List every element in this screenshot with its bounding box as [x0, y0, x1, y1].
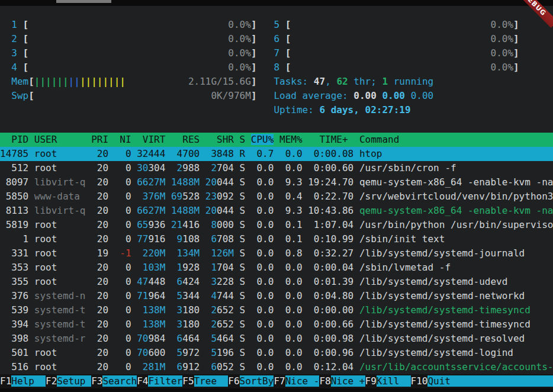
process-state: S	[240, 191, 251, 202]
process-pid: 355	[0, 276, 34, 287]
process-res: 5	[171, 347, 182, 358]
process-state: S	[240, 304, 251, 316]
process-mem: 9.3	[279, 205, 308, 216]
process-priority: 20	[91, 219, 114, 230]
process-shr: 2	[205, 304, 217, 316]
process-row[interactable]: 1 root 20 0 77916 9108 6708 S 0.0 0.1 0:…	[0, 232, 553, 246]
process-res: 9	[171, 233, 182, 245]
process-row[interactable]: 331 root 19 -1 220M 134M 126M S 0.0 0.8 …	[0, 246, 553, 261]
column-header-virt[interactable]: VIRT	[137, 134, 171, 145]
process-res: 2	[171, 162, 182, 173]
fkey-label-f5[interactable]: Tree	[194, 375, 229, 387]
process-virt: 138M	[137, 319, 171, 330]
column-header-command[interactable]: Command	[348, 134, 400, 145]
process-row[interactable]: 398 systemd-r 20 0 70984 6464 5464 S 0.0…	[0, 332, 553, 346]
process-cpu: 0.7	[251, 148, 279, 159]
process-row[interactable]: 512 root 20 0 30304 2988 2704 S 0.0 0.0 …	[0, 161, 553, 175]
column-header-user[interactable]: USER	[34, 134, 91, 145]
cpu-meter-id: 5	[274, 19, 279, 30]
fkey-label-f9[interactable]: Kill	[377, 375, 411, 387]
process-res: 1488M	[171, 205, 205, 216]
meter-open-bracket: [	[23, 33, 29, 44]
tasks-count: 47	[314, 76, 325, 87]
column-header-res[interactable]: RES	[171, 134, 205, 145]
process-row[interactable]: 14785 root 20 0 32444 4700 3848 R 0.7 0.…	[0, 147, 553, 161]
process-res: 1	[171, 262, 182, 273]
swap-meter-label: Swp	[11, 90, 28, 101]
column-header-pid[interactable]: PID	[0, 134, 34, 145]
column-header-pri[interactable]: PRI	[91, 134, 114, 145]
process-virt: 220M	[137, 248, 171, 259]
process-priority: 20	[91, 148, 114, 159]
process-cpu: 0.0	[251, 333, 279, 344]
process-nice: 0	[114, 176, 137, 188]
process-row[interactable]: 5850 www-data 20 0 376M 69528 23092 S 0.…	[0, 189, 553, 204]
column-header-mem[interactable]: MEM%	[274, 134, 302, 145]
fkey-label-f7[interactable]: Nice -	[285, 375, 320, 387]
process-row[interactable]: 355 root 20 0 47448 6424 3228 S 0.0 0.0 …	[0, 275, 553, 289]
process-mem: 0.1	[279, 219, 308, 230]
process-row[interactable]: 8097 libvirt-q 20 0 6627M 1488M 20044 S …	[0, 175, 553, 189]
fkey-label-f10[interactable]: Quit	[427, 375, 462, 387]
fkey-label-f2[interactable]: Setup	[57, 375, 91, 387]
fkey-f1[interactable]: F1	[0, 375, 11, 387]
process-row[interactable]: 516 root 20 0 281M 6912 6052 S 0.0 0.0 0…	[0, 360, 553, 374]
fkey-f9[interactable]: F9	[365, 375, 377, 387]
fkey-f6[interactable]: F6	[228, 375, 239, 387]
process-command: /srv/webvirtcloud/venv/bin/python3	[359, 191, 553, 202]
fkey-label-f8[interactable]: Nice +	[331, 375, 365, 387]
fkey-f3[interactable]: F3	[91, 375, 102, 387]
process-user: root	[34, 347, 91, 358]
process-shr: 20	[205, 176, 217, 188]
process-virt: 281M	[137, 361, 171, 372]
process-command: /sbin/init text	[359, 233, 445, 245]
fkey-f2[interactable]: F2	[46, 375, 57, 387]
process-shr: 3	[205, 276, 217, 287]
fkey-label-f1[interactable]: Help	[11, 375, 46, 387]
process-row[interactable]: 394 systemd-t 20 0 138M 3180 2652 S 0.0 …	[0, 317, 553, 332]
fkey-f5[interactable]: F5	[182, 375, 194, 387]
fkey-f7[interactable]: F7	[274, 375, 285, 387]
process-row[interactable]: 353 root 20 0 103M 1928 1704 S 0.0 0.0 0…	[0, 261, 553, 275]
column-header-time[interactable]: TIME+	[303, 134, 348, 145]
process-state: S	[240, 219, 251, 230]
process-virt: 70	[137, 347, 148, 358]
process-state: S	[240, 205, 251, 216]
process-nice: 0	[114, 333, 137, 344]
meter-close-bracket: ]	[251, 33, 257, 44]
process-user: root	[34, 361, 91, 372]
memory-meter-bar-blue: ||	[69, 76, 80, 87]
fkey-label-f3[interactable]: Search	[102, 375, 137, 387]
process-res: 4	[171, 148, 182, 159]
fkey-label-f4[interactable]: Filter	[148, 375, 182, 387]
column-header-cpu-sorted[interactable]: CPU%	[251, 134, 274, 145]
process-cpu: 0.0	[251, 276, 279, 287]
fkey-f8[interactable]: F8	[319, 375, 330, 387]
process-shr: 6	[205, 233, 217, 245]
process-user: root	[34, 248, 91, 259]
fkey-f10[interactable]: F10	[411, 375, 428, 387]
process-row[interactable]: 501 root 20 0 70600 5972 5196 S 0.0 0.0 …	[0, 346, 553, 360]
process-row[interactable]: 8113 libvirt-q 20 0 6627M 1488M 20044 S …	[0, 204, 553, 218]
fkey-f4[interactable]: F4	[137, 375, 148, 387]
fkey-label-f6[interactable]: SortBy	[240, 375, 274, 387]
process-virt: 70	[137, 333, 148, 344]
process-cpu: 0.0	[251, 304, 279, 316]
process-priority: 20	[91, 304, 114, 316]
column-header-ni[interactable]: NI	[114, 134, 137, 145]
column-header-s[interactable]: S	[240, 134, 251, 145]
process-command: /lib/systemd/systemd-timesyncd	[359, 304, 531, 316]
table-header-row: PID USER PRI NI VIRT RES SHR S CPU% MEM%…	[0, 133, 553, 147]
process-row[interactable]: 539 systemd-t 20 0 138M 3180 2652 S 0.0 …	[0, 303, 553, 317]
process-row[interactable]: 5819 root 20 0 65936 21416 8000 S 0.0 0.…	[0, 218, 553, 232]
browser-tab-fragment[interactable]	[56, 0, 111, 3]
process-state: S	[240, 162, 251, 173]
process-virt: 6627M	[137, 205, 171, 216]
process-cpu: 0.0	[251, 262, 279, 273]
process-mem: 0.0	[279, 276, 308, 287]
process-mem: 0.0	[279, 319, 308, 330]
process-row[interactable]: 376 systemd-n 20 0 71964 5344 4744 S 0.0…	[0, 289, 553, 303]
process-cpu: 0.0	[251, 319, 279, 330]
column-header-shr[interactable]: SHR	[205, 134, 240, 145]
function-key-bar: F1Help F2Setup F3SearchF4FilterF5Tree F6…	[0, 374, 553, 388]
